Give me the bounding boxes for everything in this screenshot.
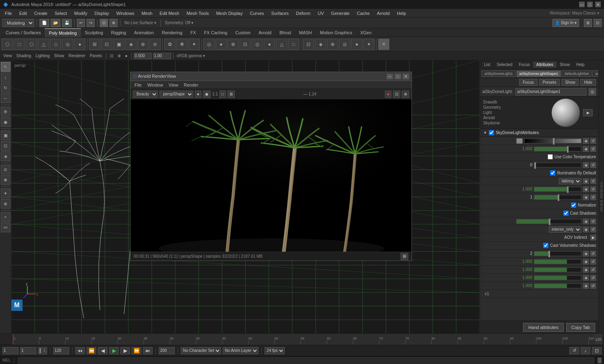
shelf-icon-8[interactable]: ⊞ — [89, 39, 100, 50]
menu-edit-mesh[interactable]: Edit Mesh — [156, 10, 182, 17]
vp-btn-a[interactable]: ⊡ — [108, 53, 115, 58]
tab-rendering[interactable]: Rendering — [158, 28, 186, 37]
ws-btn-undo[interactable]: ↩ — [77, 19, 85, 27]
prev-keyframe-btn[interactable]: ◀ — [98, 347, 108, 354]
menu-mesh-tools[interactable]: Mesh Tools — [183, 10, 212, 17]
shadow-slider[interactable] — [516, 219, 581, 224]
channel-g-btn1[interactable]: ◈ — [583, 267, 589, 273]
ws-btn-save[interactable]: 💾 — [62, 19, 72, 27]
vol-depth-reset-btn[interactable]: ↺ — [590, 251, 596, 256]
shelf-icon-25[interactable]: ⊡ — [303, 39, 314, 50]
av-beauty-select[interactable]: Beauty — [133, 91, 158, 98]
char-set-select[interactable]: No Character Set — [181, 347, 221, 354]
av-btn-square[interactable]: □ — [219, 91, 226, 98]
menu-display[interactable]: Display — [91, 10, 112, 17]
ws-btn-lasso[interactable]: ⊕ — [110, 19, 118, 27]
timeline-end-marker[interactable]: 120 — [594, 334, 602, 345]
av-render-stop[interactable]: ■ — [385, 91, 391, 98]
lt-select-tool[interactable]: ↖ — [1, 62, 10, 72]
lt-move-tool[interactable]: ↕ — [1, 72, 10, 82]
menu-create[interactable]: Create — [31, 10, 51, 17]
vp-btn-b[interactable]: ⊕ — [116, 53, 122, 58]
av-camera-select[interactable]: perspShape — [159, 91, 193, 98]
resolution-connect-btn[interactable]: ◈ — [583, 186, 589, 192]
intensity-connect-1[interactable]: ◈ — [583, 146, 589, 152]
menu-file[interactable]: File — [2, 10, 15, 17]
color-swatch[interactable] — [516, 138, 523, 144]
channel-b-btn1[interactable]: ◈ — [583, 275, 589, 281]
step-fwd-btn[interactable]: ⏩ — [132, 347, 141, 354]
rt-tab-focus[interactable]: Focus — [515, 62, 533, 68]
vp-near-clip[interactable] — [134, 53, 152, 59]
lt-sculpt[interactable]: ⊕ — [1, 199, 10, 209]
channel-r-slider[interactable] — [534, 259, 581, 264]
rt-tab-attributes[interactable]: Attributes — [533, 62, 556, 68]
shelf-icon-22[interactable]: ● — [264, 39, 275, 50]
color-slider[interactable] — [524, 139, 581, 143]
temp-slider[interactable] — [534, 163, 581, 168]
channel-r-btn1[interactable]: ◈ — [583, 259, 589, 265]
loop-btn[interactable]: ↺ — [569, 347, 579, 354]
shelf-icon-10[interactable]: ▣ — [113, 39, 124, 50]
lt-render[interactable]: ❋ — [1, 175, 10, 185]
illuminates-checkbox[interactable] — [550, 170, 555, 176]
color-reset-btn[interactable]: ↺ — [590, 138, 596, 144]
anim-layer-select[interactable]: No Anim Layer — [223, 347, 259, 354]
vp-menu-view[interactable]: View — [2, 53, 14, 58]
temp-connect-btn[interactable]: ◈ — [583, 162, 589, 168]
ls-tab-shape1[interactable]: aiSkyDomeLightShape1 — [517, 70, 561, 77]
current-frame-input[interactable] — [20, 347, 36, 354]
tab-fx-caching[interactable]: FX Caching — [200, 28, 231, 37]
vol-depth-slider[interactable] — [534, 251, 581, 256]
vp-menu-panels[interactable]: Panels — [88, 53, 104, 58]
av-btn-grid[interactable]: ⊞ — [228, 91, 235, 98]
shelf-icon-13[interactable]: ⊘ — [149, 39, 161, 50]
tab-motion-graphics[interactable]: Motion Graphics — [316, 28, 356, 37]
sign-in-button[interactable]: 👤 Sign In ▾ — [552, 19, 579, 27]
presets-button[interactable]: Presets — [539, 79, 560, 86]
lt-channel-box[interactable]: ≡ — [1, 212, 10, 222]
shelf-icon-19[interactable]: ⊕ — [228, 39, 239, 50]
focus-button[interactable]: Focus — [519, 79, 537, 86]
shelf-icon-18[interactable]: ● — [215, 39, 227, 50]
shelf-icon-23[interactable]: △ — [276, 39, 287, 50]
intensity-slider-1[interactable] — [534, 147, 581, 151]
lt-camera[interactable]: ⊘ — [1, 165, 10, 174]
vp-far-clip[interactable] — [153, 53, 171, 59]
sky-dome-input[interactable] — [515, 88, 586, 95]
menu-select[interactable]: Select — [52, 10, 70, 17]
hide-button[interactable]: Hide — [580, 79, 596, 86]
next-keyframe-btn[interactable]: ▶ — [120, 347, 130, 354]
step-back-btn[interactable]: ⏪ — [87, 347, 96, 354]
color-connect-btn[interactable]: ◈ — [583, 138, 589, 144]
end-frame-input[interactable] — [53, 347, 69, 354]
tab-bfrost[interactable]: Bfrost — [275, 28, 295, 37]
latlong-connect-btn[interactable]: ◈ — [583, 178, 589, 184]
vp-menu-renderer[interactable]: Renderer — [67, 53, 87, 58]
menu-cache[interactable]: Cache — [354, 10, 373, 17]
channel-g-slider[interactable] — [534, 267, 581, 272]
status-grip[interactable] — [598, 358, 602, 363]
hand-attributes-button[interactable]: Hand attributes — [523, 323, 564, 332]
lt-paint[interactable]: ✦ — [1, 188, 10, 198]
arnold-expand-btn[interactable]: ⊞ — [401, 253, 408, 260]
last-frame-btn[interactable]: ⏭ — [143, 347, 153, 354]
close-button[interactable]: ✕ — [595, 2, 601, 7]
value1-slider[interactable] — [534, 195, 581, 200]
minimize-button[interactable]: — — [579, 2, 585, 7]
ls-tab-default[interactable]: defaultLightSet — [562, 70, 592, 77]
rt-tab-help[interactable]: Help — [573, 62, 588, 68]
menu-edit[interactable]: Edit — [16, 10, 30, 17]
rt-tab-list[interactable]: List — [481, 62, 494, 68]
vol-depth-connect-btn[interactable]: ◈ — [583, 251, 589, 256]
start-frame-input[interactable] — [2, 347, 19, 354]
temp-reset-btn[interactable]: ↺ — [590, 162, 596, 168]
menu-help[interactable]: Help — [394, 10, 410, 17]
shelf-icon-24[interactable]: □ — [288, 39, 299, 50]
maximize-button[interactable]: □ — [587, 2, 593, 7]
av-menu-render[interactable]: Render — [182, 82, 201, 88]
resolution-reset-btn[interactable]: ↺ — [590, 186, 596, 192]
ws-btn-open[interactable]: 📂 — [51, 19, 60, 27]
sphere-options-btn[interactable]: ▶ — [583, 109, 593, 116]
lt-snap-point[interactable]: ◈ — [1, 151, 10, 161]
